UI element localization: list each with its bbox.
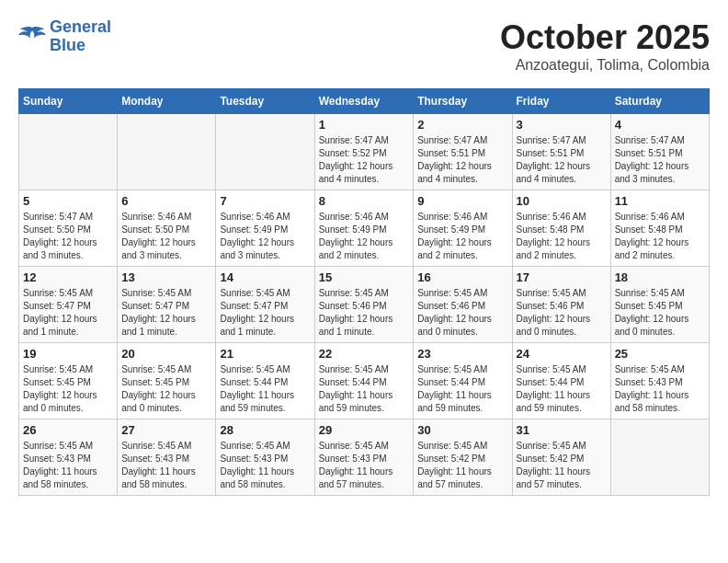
day-info: Sunrise: 5:45 AM Sunset: 5:42 PM Dayligh…: [517, 440, 607, 491]
day-info: Sunrise: 5:45 AM Sunset: 5:43 PM Dayligh…: [615, 363, 705, 415]
header-monday: Monday: [118, 89, 216, 114]
calendar-cell: 18Sunrise: 5:45 AM Sunset: 5:45 PM Dayli…: [610, 267, 709, 343]
day-number: 7: [220, 194, 310, 208]
calendar-cell: [118, 114, 216, 190]
location-subtitle: Anzoategui, Tolima, Colombia: [500, 57, 710, 74]
day-number: 23: [417, 347, 507, 361]
day-info: Sunrise: 5:45 AM Sunset: 5:46 PM Dayligh…: [517, 287, 607, 339]
week-row-4: 19Sunrise: 5:45 AM Sunset: 5:45 PM Dayli…: [19, 343, 710, 419]
logo: General Blue: [18, 18, 111, 55]
day-info: Sunrise: 5:45 AM Sunset: 5:44 PM Dayligh…: [517, 363, 607, 415]
calendar-cell: 13Sunrise: 5:45 AM Sunset: 5:47 PM Dayli…: [118, 267, 216, 343]
day-number: 19: [23, 347, 113, 361]
day-info: Sunrise: 5:45 AM Sunset: 5:44 PM Dayligh…: [319, 363, 410, 415]
day-number: 5: [23, 194, 113, 208]
calendar-cell: 12Sunrise: 5:45 AM Sunset: 5:47 PM Dayli…: [19, 267, 118, 343]
day-info: Sunrise: 5:45 AM Sunset: 5:44 PM Dayligh…: [220, 363, 310, 415]
calendar-cell: [216, 114, 314, 190]
day-info: Sunrise: 5:47 AM Sunset: 5:51 PM Dayligh…: [517, 134, 607, 186]
calendar-cell: 5Sunrise: 5:47 AM Sunset: 5:50 PM Daylig…: [19, 190, 118, 267]
calendar-cell: 28Sunrise: 5:45 AM Sunset: 5:43 PM Dayli…: [216, 419, 314, 496]
header-friday: Friday: [512, 89, 610, 114]
day-info: Sunrise: 5:47 AM Sunset: 5:51 PM Dayligh…: [417, 134, 507, 186]
day-info: Sunrise: 5:45 AM Sunset: 5:45 PM Dayligh…: [121, 363, 211, 415]
day-number: 28: [220, 423, 310, 437]
calendar-cell: 8Sunrise: 5:46 AM Sunset: 5:49 PM Daylig…: [314, 190, 414, 267]
day-info: Sunrise: 5:47 AM Sunset: 5:50 PM Dayligh…: [23, 211, 113, 262]
calendar-cell: 26Sunrise: 5:45 AM Sunset: 5:43 PM Dayli…: [19, 419, 118, 496]
day-number: 3: [517, 118, 607, 132]
day-number: 17: [517, 270, 607, 284]
month-title: October 2025: [500, 18, 710, 57]
day-number: 20: [121, 347, 211, 361]
calendar-cell: 4Sunrise: 5:47 AM Sunset: 5:51 PM Daylig…: [610, 114, 709, 190]
day-number: 30: [417, 423, 507, 437]
day-info: Sunrise: 5:46 AM Sunset: 5:48 PM Dayligh…: [517, 211, 607, 262]
day-number: 16: [417, 270, 507, 284]
calendar-cell: 20Sunrise: 5:45 AM Sunset: 5:45 PM Dayli…: [118, 343, 216, 419]
title-block: October 2025 Anzoategui, Tolima, Colombi…: [500, 18, 710, 74]
calendar-cell: [610, 419, 709, 496]
calendar-cell: 16Sunrise: 5:45 AM Sunset: 5:46 PM Dayli…: [414, 267, 512, 343]
day-info: Sunrise: 5:45 AM Sunset: 5:43 PM Dayligh…: [319, 440, 410, 491]
day-number: 4: [615, 118, 705, 132]
day-number: 31: [517, 423, 607, 437]
day-info: Sunrise: 5:46 AM Sunset: 5:48 PM Dayligh…: [615, 211, 705, 262]
calendar-cell: 1Sunrise: 5:47 AM Sunset: 5:52 PM Daylig…: [314, 114, 414, 190]
day-number: 25: [615, 347, 705, 361]
day-info: Sunrise: 5:45 AM Sunset: 5:47 PM Dayligh…: [23, 287, 113, 339]
header-wednesday: Wednesday: [314, 89, 414, 114]
day-info: Sunrise: 5:47 AM Sunset: 5:52 PM Dayligh…: [319, 134, 410, 186]
day-number: 18: [615, 270, 705, 284]
calendar-cell: 9Sunrise: 5:46 AM Sunset: 5:49 PM Daylig…: [414, 190, 512, 267]
calendar-cell: 14Sunrise: 5:45 AM Sunset: 5:47 PM Dayli…: [216, 267, 314, 343]
header-row: SundayMondayTuesdayWednesdayThursdayFrid…: [19, 89, 710, 114]
calendar-cell: 15Sunrise: 5:45 AM Sunset: 5:46 PM Dayli…: [314, 267, 414, 343]
day-number: 12: [23, 270, 113, 284]
day-number: 13: [121, 270, 211, 284]
calendar-cell: 21Sunrise: 5:45 AM Sunset: 5:44 PM Dayli…: [216, 343, 314, 419]
calendar-cell: 7Sunrise: 5:46 AM Sunset: 5:49 PM Daylig…: [216, 190, 314, 267]
calendar-cell: 22Sunrise: 5:45 AM Sunset: 5:44 PM Dayli…: [314, 343, 414, 419]
day-number: 15: [319, 270, 410, 284]
day-info: Sunrise: 5:45 AM Sunset: 5:46 PM Dayligh…: [319, 287, 410, 339]
calendar-header: SundayMondayTuesdayWednesdayThursdayFrid…: [19, 89, 710, 114]
header-thursday: Thursday: [414, 89, 512, 114]
day-info: Sunrise: 5:46 AM Sunset: 5:49 PM Dayligh…: [417, 211, 507, 262]
day-info: Sunrise: 5:45 AM Sunset: 5:43 PM Dayligh…: [23, 440, 113, 491]
calendar-cell: 11Sunrise: 5:46 AM Sunset: 5:48 PM Dayli…: [610, 190, 709, 267]
calendar-cell: 27Sunrise: 5:45 AM Sunset: 5:43 PM Dayli…: [118, 419, 216, 496]
header-tuesday: Tuesday: [216, 89, 314, 114]
day-number: 22: [319, 347, 410, 361]
day-info: Sunrise: 5:45 AM Sunset: 5:43 PM Dayligh…: [220, 440, 310, 491]
day-number: 1: [319, 118, 410, 132]
day-info: Sunrise: 5:46 AM Sunset: 5:49 PM Dayligh…: [220, 211, 310, 262]
logo-icon: [18, 24, 46, 50]
calendar-body: 1Sunrise: 5:47 AM Sunset: 5:52 PM Daylig…: [19, 114, 710, 496]
day-info: Sunrise: 5:45 AM Sunset: 5:47 PM Dayligh…: [220, 287, 310, 339]
day-number: 11: [615, 194, 705, 208]
calendar-cell: 6Sunrise: 5:46 AM Sunset: 5:50 PM Daylig…: [118, 190, 216, 267]
calendar-cell: 29Sunrise: 5:45 AM Sunset: 5:43 PM Dayli…: [314, 419, 414, 496]
day-number: 6: [121, 194, 211, 208]
day-number: 26: [23, 423, 113, 437]
day-number: 2: [417, 118, 507, 132]
calendar-cell: [19, 114, 118, 190]
day-number: 8: [319, 194, 410, 208]
day-info: Sunrise: 5:45 AM Sunset: 5:42 PM Dayligh…: [417, 440, 507, 491]
calendar-cell: 23Sunrise: 5:45 AM Sunset: 5:44 PM Dayli…: [414, 343, 512, 419]
calendar-cell: 2Sunrise: 5:47 AM Sunset: 5:51 PM Daylig…: [414, 114, 512, 190]
day-info: Sunrise: 5:46 AM Sunset: 5:50 PM Dayligh…: [121, 211, 211, 262]
day-number: 29: [319, 423, 410, 437]
week-row-2: 5Sunrise: 5:47 AM Sunset: 5:50 PM Daylig…: [19, 190, 710, 267]
week-row-3: 12Sunrise: 5:45 AM Sunset: 5:47 PM Dayli…: [19, 267, 710, 343]
day-info: Sunrise: 5:45 AM Sunset: 5:47 PM Dayligh…: [121, 287, 211, 339]
calendar-cell: 31Sunrise: 5:45 AM Sunset: 5:42 PM Dayli…: [512, 419, 610, 496]
day-info: Sunrise: 5:45 AM Sunset: 5:45 PM Dayligh…: [23, 363, 113, 415]
calendar-cell: 17Sunrise: 5:45 AM Sunset: 5:46 PM Dayli…: [512, 267, 610, 343]
calendar-cell: 30Sunrise: 5:45 AM Sunset: 5:42 PM Dayli…: [414, 419, 512, 496]
day-info: Sunrise: 5:46 AM Sunset: 5:49 PM Dayligh…: [319, 211, 410, 262]
calendar-cell: 25Sunrise: 5:45 AM Sunset: 5:43 PM Dayli…: [610, 343, 709, 419]
day-number: 14: [220, 270, 310, 284]
logo-text: General Blue: [50, 18, 111, 55]
